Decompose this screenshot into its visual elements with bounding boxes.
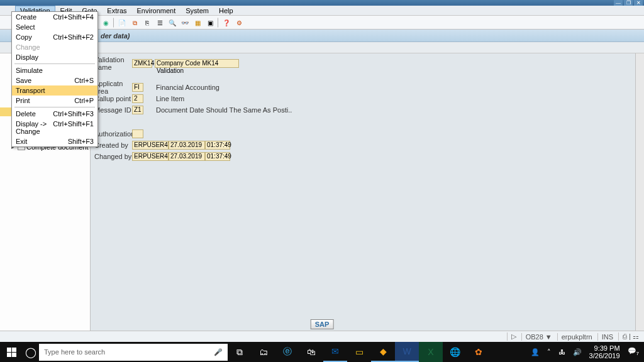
menu-item-create[interactable]: CreateCtrl+Shift+F4 [12,12,97,22]
sap-taskbar-icon[interactable]: ◆ [371,342,395,362]
menu-system[interactable]: System [180,6,214,16]
content-area: Validation name ZMK14 Company Code MK14 … [91,53,644,331]
settings-icon[interactable]: ⚙ [234,18,244,28]
save-icon[interactable]: ◉ [101,18,111,28]
menu-item-copy[interactable]: CopyCtrl+Shift+F2 [12,32,97,42]
windows-taskbar: ◯ Type here to search🎤 ⧉ 🗂 ⓔ 🛍 ✉ ▭ ◆ W X… [0,342,644,362]
fld-callup[interactable]: 2 [132,94,143,103]
menu-item-transport[interactable]: Transport [12,85,97,96]
lbl-app-area: Applicatn area [94,80,132,95]
people-icon[interactable]: 👤 [531,348,540,356]
menu-extras[interactable]: Extras [102,6,131,16]
fld-changed-date: 27.03.2019 [169,152,205,161]
taskbar-clock[interactable]: 9:39 PM3/26/2019 [589,344,620,359]
file-explorer-icon[interactable]: 🗂 [252,342,275,362]
status-client[interactable]: OB28 ▼ [521,333,552,341]
lbl-changed: Changed by [94,153,132,160]
fld-validation-desc[interactable]: Company Code MK14 Validation [155,59,239,68]
system-tray: 👤 ˄ 🖧 🔊 9:39 PM3/26/2019 💬7 [531,344,644,359]
status-server: erpukpltrn [557,333,592,341]
window-minimize[interactable]: — [614,0,623,6]
menu-item-simulate[interactable]: Simulate [12,65,97,75]
tree-icon[interactable]: ☰ [155,18,165,28]
edge-icon[interactable]: ⓔ [275,342,299,362]
fld-msgid[interactable]: Z1 [132,106,143,114]
chrome-icon[interactable]: 🌐 [443,342,467,362]
menu-item-select[interactable]: Select [12,22,97,32]
new-icon[interactable]: ▣ [205,18,215,28]
lbl-callup: Callup point [94,95,132,102]
store-icon[interactable]: 🛍 [299,342,323,362]
menu-item-delete[interactable]: DeleteCtrl+Shift+F3 [12,109,97,119]
separator [218,18,219,28]
task-view-icon[interactable]: ⧉ [228,342,252,362]
help-icon[interactable]: ❓ [221,18,231,28]
menu-item-save[interactable]: SaveCtrl+S [12,75,97,85]
fld-validation-code[interactable]: ZMK14 [132,59,152,68]
menu-item-display-change[interactable]: Display -> ChangeCtrl+Shift+F1 [12,119,97,136]
lbl-msgid: Message ID [94,106,132,114]
lbl-created: Created by [94,141,132,149]
fld-created-date: 27.03.2019 [169,141,205,150]
doc-icon[interactable]: 📄 [117,18,127,28]
search-input[interactable]: Type here to search🎤 [39,344,228,361]
fld-created-user: ERPUSER478 [132,141,169,150]
lbl-validation-name: Validation name [94,56,132,71]
txt-callup: Line Item [156,95,184,102]
status-session[interactable]: ▷ [507,332,516,341]
action-center-icon[interactable]: 💬7 [628,347,639,356]
menu-help[interactable]: Help [214,6,238,16]
fld-changed-time: 01:37:49 [205,152,230,161]
status-mode: INS [597,333,613,341]
menu-item-print[interactable]: PrintCtrl+P [12,96,97,106]
tray-net-icon[interactable]: 🖧 [558,348,565,356]
status-extra[interactable]: ⎙ | ⚏ [618,332,639,341]
txt-app-area: Financial Accounting [156,84,219,91]
sap-logo: SAP [311,319,334,329]
menu-environment[interactable]: Environment [132,6,181,16]
fld-auth[interactable] [132,129,143,138]
status-bar: ▷ OB28 ▼ erpukpltrn INS ⎙ | ⚏ [0,331,644,342]
word-icon[interactable]: W [395,342,419,362]
outlook-icon[interactable]: ✉ [323,342,347,362]
validation-dropdown: CreateCtrl+Shift+F4SelectCopyCtrl+Shift+… [11,11,98,147]
window-maximize[interactable]: ❐ [624,0,633,6]
sticky-icon[interactable]: ▭ [347,342,371,362]
separator [113,18,114,28]
excel-icon[interactable]: X [419,342,443,362]
fld-created-time: 01:37:49 [205,141,230,150]
menu-item-change: Change [12,42,97,52]
lbl-auth: Authorization [94,130,132,138]
scrollbar-vertical[interactable] [635,53,644,331]
menu-item-display[interactable]: Display [12,52,97,62]
menu-item-exit[interactable]: ExitShift+F3 [12,136,97,146]
start-button[interactable] [0,342,23,362]
layout-icon[interactable]: ▦ [192,18,203,28]
cortana-icon[interactable]: ◯ [23,346,39,358]
window-close[interactable]: ✕ [634,0,643,6]
tray-chevron-icon[interactable]: ˄ [547,348,551,356]
clip-icon[interactable]: ⎘ [142,18,152,28]
gotomeeting-icon[interactable]: ✿ [467,342,491,362]
code-icon[interactable]: ⧉ [130,18,140,28]
display-icon[interactable]: 👓 [180,18,190,28]
fld-app-area[interactable]: FI [132,83,143,92]
tray-vol-icon[interactable]: 🔊 [573,348,582,356]
fld-changed-user: ERPUSER478 [132,152,169,161]
txt-msgid: Document Date Should The Same As Posti.. [156,106,292,114]
find-icon[interactable]: 🔍 [167,18,177,28]
